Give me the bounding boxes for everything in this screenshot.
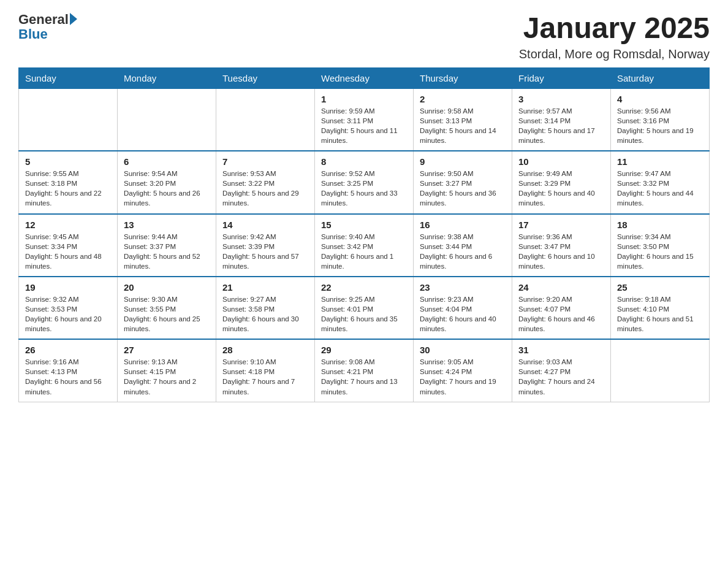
day-number: 11	[617, 156, 703, 167]
day-header-thursday: Thursday	[414, 67, 512, 88]
day-info: Sunrise: 9:20 AMSunset: 4:07 PMDaylight:…	[518, 294, 604, 334]
day-number: 9	[420, 156, 506, 167]
day-header-friday: Friday	[512, 67, 611, 88]
day-info: Sunrise: 9:44 AMSunset: 3:37 PMDaylight:…	[124, 232, 210, 271]
day-number: 24	[518, 282, 604, 293]
day-info: Sunrise: 9:32 AMSunset: 3:53 PMDaylight:…	[25, 294, 111, 334]
day-number: 10	[518, 156, 604, 167]
day-info: Sunrise: 9:36 AMSunset: 3:47 PMDaylight:…	[518, 232, 604, 271]
calendar-cell: 11Sunrise: 9:47 AMSunset: 3:32 PMDayligh…	[611, 151, 710, 213]
week-row-2: 5Sunrise: 9:55 AMSunset: 3:18 PMDaylight…	[19, 151, 710, 213]
week-row-3: 12Sunrise: 9:45 AMSunset: 3:34 PMDayligh…	[19, 214, 710, 277]
week-row-1: 1Sunrise: 9:59 AMSunset: 3:11 PMDaylight…	[19, 88, 710, 151]
calendar-cell: 5Sunrise: 9:55 AMSunset: 3:18 PMDaylight…	[19, 151, 118, 213]
calendar-cell: 29Sunrise: 9:08 AMSunset: 4:21 PMDayligh…	[315, 339, 414, 402]
day-info: Sunrise: 9:16 AMSunset: 4:13 PMDaylight:…	[25, 357, 111, 396]
calendar-subtitle: Stordal, More og Romsdal, Norway	[519, 47, 710, 61]
day-number: 18	[617, 220, 703, 230]
calendar-cell	[19, 88, 118, 151]
day-info: Sunrise: 9:05 AMSunset: 4:24 PMDaylight:…	[420, 357, 506, 396]
day-number: 31	[518, 345, 604, 355]
week-row-4: 19Sunrise: 9:32 AMSunset: 3:53 PMDayligh…	[19, 277, 710, 339]
calendar-cell: 24Sunrise: 9:20 AMSunset: 4:07 PMDayligh…	[512, 277, 611, 339]
calendar-cell	[118, 88, 216, 151]
week-row-5: 26Sunrise: 9:16 AMSunset: 4:13 PMDayligh…	[19, 339, 710, 402]
day-info: Sunrise: 9:53 AMSunset: 3:22 PMDaylight:…	[222, 169, 308, 208]
day-info: Sunrise: 9:50 AMSunset: 3:27 PMDaylight:…	[420, 169, 506, 208]
day-number: 22	[321, 282, 407, 293]
day-header-tuesday: Tuesday	[216, 67, 315, 88]
calendar-cell: 30Sunrise: 9:05 AMSunset: 4:24 PMDayligh…	[414, 339, 512, 402]
day-info: Sunrise: 9:08 AMSunset: 4:21 PMDaylight:…	[321, 357, 407, 396]
calendar-cell: 7Sunrise: 9:53 AMSunset: 3:22 PMDaylight…	[216, 151, 315, 213]
day-info: Sunrise: 9:40 AMSunset: 3:42 PMDaylight:…	[321, 232, 407, 271]
day-number: 5	[25, 156, 111, 167]
calendar-cell: 1Sunrise: 9:59 AMSunset: 3:11 PMDaylight…	[315, 88, 414, 151]
day-info: Sunrise: 9:13 AMSunset: 4:15 PMDaylight:…	[124, 357, 210, 396]
day-number: 17	[518, 220, 604, 230]
day-number: 7	[222, 156, 308, 167]
logo: General Blue	[18, 12, 77, 42]
calendar-cell: 6Sunrise: 9:54 AMSunset: 3:20 PMDaylight…	[118, 151, 216, 213]
day-info: Sunrise: 9:56 AMSunset: 3:16 PMDaylight:…	[617, 106, 703, 145]
calendar-cell: 2Sunrise: 9:58 AMSunset: 3:13 PMDaylight…	[414, 88, 512, 151]
day-info: Sunrise: 9:23 AMSunset: 4:04 PMDaylight:…	[420, 294, 506, 334]
day-info: Sunrise: 9:42 AMSunset: 3:39 PMDaylight:…	[222, 232, 308, 271]
day-info: Sunrise: 9:58 AMSunset: 3:13 PMDaylight:…	[420, 106, 506, 145]
day-number: 12	[25, 220, 111, 230]
day-number: 1	[321, 94, 407, 104]
calendar-cell: 13Sunrise: 9:44 AMSunset: 3:37 PMDayligh…	[118, 214, 216, 277]
logo-arrow-icon	[70, 13, 77, 25]
day-info: Sunrise: 9:03 AMSunset: 4:27 PMDaylight:…	[518, 357, 604, 396]
calendar-cell: 20Sunrise: 9:30 AMSunset: 3:55 PMDayligh…	[118, 277, 216, 339]
calendar-cell: 16Sunrise: 9:38 AMSunset: 3:44 PMDayligh…	[414, 214, 512, 277]
day-header-wednesday: Wednesday	[315, 67, 414, 88]
calendar-title: January 2025	[519, 12, 710, 45]
calendar-cell: 15Sunrise: 9:40 AMSunset: 3:42 PMDayligh…	[315, 214, 414, 277]
calendar-header-row: SundayMondayTuesdayWednesdayThursdayFrid…	[19, 67, 710, 88]
day-number: 19	[25, 282, 111, 293]
calendar-cell: 12Sunrise: 9:45 AMSunset: 3:34 PMDayligh…	[19, 214, 118, 277]
day-number: 2	[420, 94, 506, 104]
day-info: Sunrise: 9:10 AMSunset: 4:18 PMDaylight:…	[222, 357, 308, 396]
calendar-cell: 10Sunrise: 9:49 AMSunset: 3:29 PMDayligh…	[512, 151, 611, 213]
calendar-cell: 3Sunrise: 9:57 AMSunset: 3:14 PMDaylight…	[512, 88, 611, 151]
day-number: 28	[222, 345, 308, 355]
day-info: Sunrise: 9:52 AMSunset: 3:25 PMDaylight:…	[321, 169, 407, 208]
calendar-cell: 28Sunrise: 9:10 AMSunset: 4:18 PMDayligh…	[216, 339, 315, 402]
day-header-saturday: Saturday	[611, 67, 710, 88]
day-info: Sunrise: 9:30 AMSunset: 3:55 PMDaylight:…	[124, 294, 210, 334]
calendar-cell: 14Sunrise: 9:42 AMSunset: 3:39 PMDayligh…	[216, 214, 315, 277]
day-number: 30	[420, 345, 506, 355]
day-number: 20	[124, 282, 210, 293]
day-header-monday: Monday	[118, 67, 216, 88]
title-block: January 2025 Stordal, More og Romsdal, N…	[519, 12, 710, 61]
calendar-cell: 25Sunrise: 9:18 AMSunset: 4:10 PMDayligh…	[611, 277, 710, 339]
day-info: Sunrise: 9:27 AMSunset: 3:58 PMDaylight:…	[222, 294, 308, 334]
day-info: Sunrise: 9:38 AMSunset: 3:44 PMDaylight:…	[420, 232, 506, 271]
calendar-table: SundayMondayTuesdayWednesdayThursdayFrid…	[18, 67, 710, 402]
day-number: 16	[420, 220, 506, 230]
calendar-cell: 9Sunrise: 9:50 AMSunset: 3:27 PMDaylight…	[414, 151, 512, 213]
logo-blue: Blue	[18, 27, 77, 42]
day-number: 8	[321, 156, 407, 167]
day-number: 26	[25, 345, 111, 355]
day-number: 4	[617, 94, 703, 104]
page-header: General Blue January 2025 Stordal, More …	[18, 12, 710, 61]
calendar-cell: 18Sunrise: 9:34 AMSunset: 3:50 PMDayligh…	[611, 214, 710, 277]
day-number: 21	[222, 282, 308, 293]
day-number: 27	[124, 345, 210, 355]
calendar-cell	[216, 88, 315, 151]
day-number: 23	[420, 282, 506, 293]
calendar-cell: 4Sunrise: 9:56 AMSunset: 3:16 PMDaylight…	[611, 88, 710, 151]
calendar-cell	[611, 339, 710, 402]
day-number: 3	[518, 94, 604, 104]
day-number: 6	[124, 156, 210, 167]
calendar-cell: 19Sunrise: 9:32 AMSunset: 3:53 PMDayligh…	[19, 277, 118, 339]
day-info: Sunrise: 9:55 AMSunset: 3:18 PMDaylight:…	[25, 169, 111, 208]
calendar-cell: 8Sunrise: 9:52 AMSunset: 3:25 PMDaylight…	[315, 151, 414, 213]
day-header-sunday: Sunday	[19, 67, 118, 88]
day-info: Sunrise: 9:49 AMSunset: 3:29 PMDaylight:…	[518, 169, 604, 208]
day-info: Sunrise: 9:54 AMSunset: 3:20 PMDaylight:…	[124, 169, 210, 208]
calendar-cell: 23Sunrise: 9:23 AMSunset: 4:04 PMDayligh…	[414, 277, 512, 339]
